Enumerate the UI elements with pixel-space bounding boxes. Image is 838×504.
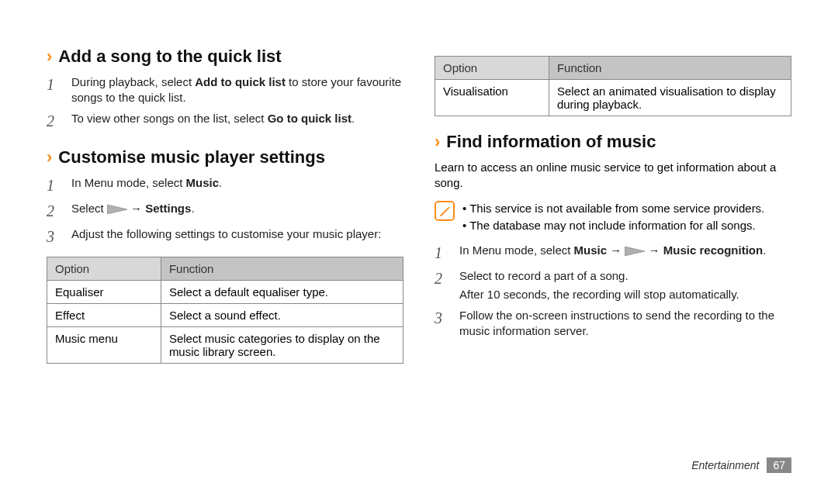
- note-icon: [435, 201, 455, 221]
- step-sub: After 10 seconds, the recording will sto…: [459, 287, 791, 302]
- step-body: During playback, select Add to quick lis…: [71, 74, 403, 106]
- step-body: Select to record a part of a song. After…: [459, 268, 791, 303]
- arrow-text: →: [645, 243, 663, 257]
- play-triangle-icon: [107, 202, 127, 218]
- list-item: The database may not include information…: [462, 218, 764, 233]
- step-item: 2 Select → Settings.: [47, 201, 403, 222]
- step-body: Select → Settings.: [71, 201, 403, 222]
- step-item: 2 To view other songs on the list, selec…: [47, 111, 403, 132]
- svg-marker-0: [107, 205, 127, 214]
- step-number: 2: [47, 201, 61, 222]
- right-column: Option Function Visualisation Select an …: [435, 47, 791, 450]
- step-number: 3: [435, 308, 448, 340]
- text: Select: [71, 202, 107, 215]
- text: To view other songs on the list, select: [71, 112, 268, 125]
- step-number: 1: [47, 175, 61, 196]
- settings-table-cont: Option Function Visualisation Select an …: [435, 56, 791, 116]
- text: .: [351, 112, 355, 125]
- play-triangle-icon: [625, 244, 645, 260]
- table-row: Equaliser Select a default equaliser typ…: [47, 280, 403, 303]
- step-number: 1: [47, 74, 61, 106]
- step-item: 1 In Menu mode, select Music.: [47, 175, 403, 196]
- text: In Menu mode, select: [459, 243, 574, 257]
- text: .: [219, 176, 222, 189]
- step-body: To view other songs on the list, select …: [71, 111, 403, 132]
- page-footer: Entertainment 67: [691, 457, 791, 473]
- table-row: Effect Select a sound effect.: [47, 303, 403, 326]
- step-number: 2: [435, 268, 448, 303]
- text: In Menu mode, select: [71, 176, 186, 189]
- section-intro: Learn to access an online music service …: [435, 160, 791, 192]
- footer-page-number: 67: [767, 457, 791, 473]
- note-list: This service is not available from some …: [462, 199, 764, 236]
- col-function: Function: [549, 57, 791, 80]
- table-header-row: Option Function: [435, 57, 791, 80]
- cell-function: Select an animated visualisation to disp…: [549, 80, 791, 116]
- step-item: 3 Follow the on-screen instructions to s…: [435, 308, 791, 340]
- bold-text: Settings: [145, 202, 191, 215]
- cell-function: Select a sound effect.: [161, 303, 403, 326]
- section-find-info: › Find information of music: [435, 132, 791, 152]
- text: .: [763, 243, 766, 257]
- text: During playback, select: [71, 75, 195, 88]
- text: Select to record a part of a song.: [459, 269, 628, 282]
- cell-option: Equaliser: [47, 280, 161, 303]
- step-item: 3 Adjust the following settings to custo…: [47, 226, 403, 247]
- note-block: This service is not available from some …: [435, 199, 791, 236]
- cell-function: Select music categories to display on th…: [161, 326, 403, 363]
- settings-table: Option Function Equaliser Select a defau…: [47, 257, 403, 364]
- step-body: In Menu mode, select Music → → Music rec…: [459, 243, 791, 264]
- cell-option: Music menu: [47, 326, 161, 363]
- cell-option: Effect: [47, 303, 161, 326]
- step-item: 1 During playback, select Add to quick l…: [47, 74, 403, 106]
- section-title: Add a song to the quick list: [58, 47, 281, 67]
- table-header-row: Option Function: [47, 257, 403, 280]
- manual-page: › Add a song to the quick list 1 During …: [0, 0, 838, 473]
- col-function: Function: [161, 257, 403, 280]
- col-option: Option: [435, 57, 549, 80]
- bold-text: Go to quick list: [268, 112, 351, 125]
- cell-option: Visualisation: [435, 80, 549, 116]
- table-row: Music menu Select music categories to di…: [47, 326, 403, 363]
- bold-text: Music: [186, 176, 220, 189]
- bold-text: Music recognition: [663, 243, 763, 257]
- chevron-right-icon: ›: [47, 149, 52, 166]
- chevron-right-icon: ›: [435, 133, 440, 150]
- step-body: Adjust the following settings to customi…: [71, 226, 403, 247]
- bold-text: Add to quick list: [195, 75, 286, 88]
- step-number: 2: [47, 111, 61, 132]
- svg-marker-1: [625, 247, 645, 256]
- step-body: In Menu mode, select Music.: [71, 175, 403, 196]
- step-number: 3: [47, 226, 61, 247]
- section-title: Find information of music: [446, 132, 656, 152]
- step-item: 1 In Menu mode, select Music → → Music r…: [435, 243, 791, 264]
- chevron-right-icon: ›: [47, 48, 52, 65]
- section-title: Customise music player settings: [58, 147, 325, 167]
- bold-text: Music: [574, 243, 608, 257]
- step-number: 1: [435, 243, 448, 264]
- step-body: Follow the on-screen instructions to sen…: [459, 308, 791, 340]
- col-option: Option: [47, 257, 161, 280]
- text: .: [191, 202, 194, 215]
- footer-category: Entertainment: [691, 459, 759, 471]
- cell-function: Select a default equaliser type.: [161, 280, 403, 303]
- step-item: 2 Select to record a part of a song. Aft…: [435, 268, 791, 303]
- list-item: This service is not available from some …: [462, 201, 764, 216]
- arrow-text: →: [607, 243, 625, 257]
- section-customise: › Customise music player settings: [47, 147, 403, 167]
- section-add-song: › Add a song to the quick list: [47, 47, 403, 67]
- table-row: Visualisation Select an animated visuali…: [435, 80, 791, 116]
- arrow-text: →: [127, 202, 145, 215]
- left-column: › Add a song to the quick list 1 During …: [47, 47, 403, 450]
